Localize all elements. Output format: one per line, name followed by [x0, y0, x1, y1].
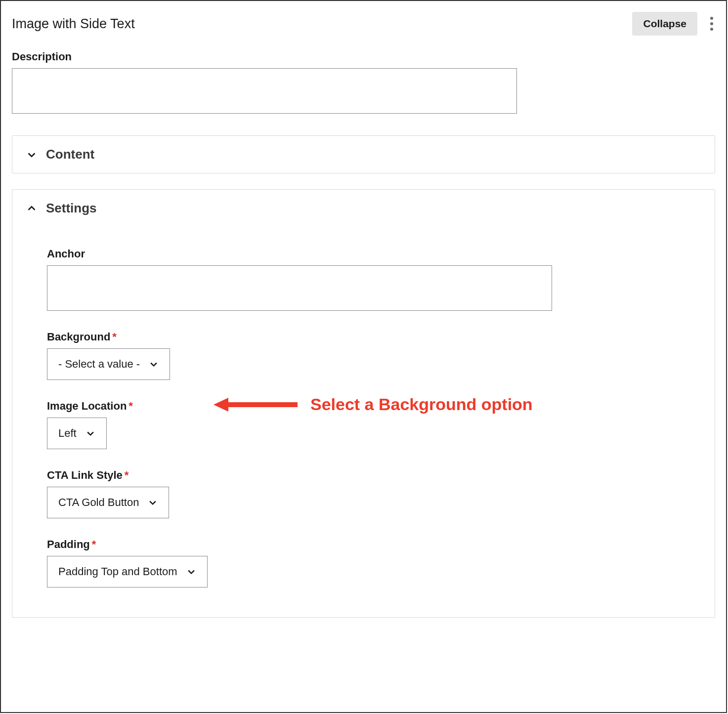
background-select[interactable]: - Select a value -: [47, 348, 170, 380]
content-section-title: Content: [46, 147, 94, 162]
required-indicator: *: [128, 400, 133, 412]
anchor-input[interactable]: [47, 265, 552, 311]
settings-body: Anchor Background* - Select a value -: [12, 227, 715, 617]
cta-link-style-selected-value: CTA Gold Button: [58, 496, 139, 509]
padding-field: Padding* Padding Top and Bottom: [47, 538, 680, 588]
anchor-label: Anchor: [47, 248, 680, 260]
settings-section-title: Settings: [46, 201, 97, 216]
anchor-field: Anchor: [47, 248, 680, 311]
panel-header: Image with Side Text Collapse: [12, 12, 715, 36]
padding-label-text: Padding: [47, 538, 90, 550]
annotation-text: Select a Background option: [310, 395, 533, 414]
cta-link-style-select[interactable]: CTA Gold Button: [47, 487, 169, 518]
description-input[interactable]: [12, 68, 517, 114]
chevron-down-icon: [186, 567, 196, 577]
arrow-left-icon: [214, 396, 298, 414]
background-label: Background*: [47, 331, 680, 343]
component-editor-panel: Image with Side Text Collapse Descriptio…: [0, 0, 727, 713]
chevron-down-icon: [148, 498, 158, 507]
chevron-down-icon: [149, 359, 159, 369]
chevron-up-icon: [26, 203, 37, 214]
required-indicator: *: [112, 331, 117, 343]
padding-select[interactable]: Padding Top and Bottom: [47, 556, 208, 588]
image-location-select[interactable]: Left: [47, 418, 107, 449]
required-indicator: *: [125, 469, 129, 481]
image-location-label-text: Image Location: [47, 400, 127, 412]
chevron-down-icon: [26, 149, 37, 160]
cta-link-style-label: CTA Link Style*: [47, 469, 680, 482]
background-selected-value: - Select a value -: [58, 358, 140, 371]
padding-label: Padding*: [47, 538, 680, 551]
panel-header-actions: Collapse: [632, 12, 715, 36]
background-label-text: Background: [47, 331, 110, 343]
required-indicator: *: [92, 538, 96, 550]
collapse-button[interactable]: Collapse: [632, 12, 697, 36]
description-label: Description: [12, 50, 715, 63]
annotation-callout: Select a Background option: [214, 395, 533, 414]
svg-marker-1: [214, 398, 228, 412]
content-section: Content: [12, 135, 715, 173]
more-options-icon[interactable]: [708, 15, 715, 33]
chevron-down-icon: [86, 428, 95, 438]
padding-selected-value: Padding Top and Bottom: [58, 565, 177, 578]
settings-section-header[interactable]: Settings: [12, 190, 715, 227]
cta-link-style-field: CTA Link Style* CTA Gold Button: [47, 469, 680, 518]
description-field: Description: [12, 50, 715, 114]
panel-title: Image with Side Text: [12, 16, 135, 32]
content-section-header[interactable]: Content: [12, 136, 715, 173]
image-location-selected-value: Left: [58, 427, 77, 440]
cta-link-style-label-text: CTA Link Style: [47, 469, 123, 481]
background-field: Background* - Select a value -: [47, 331, 680, 380]
